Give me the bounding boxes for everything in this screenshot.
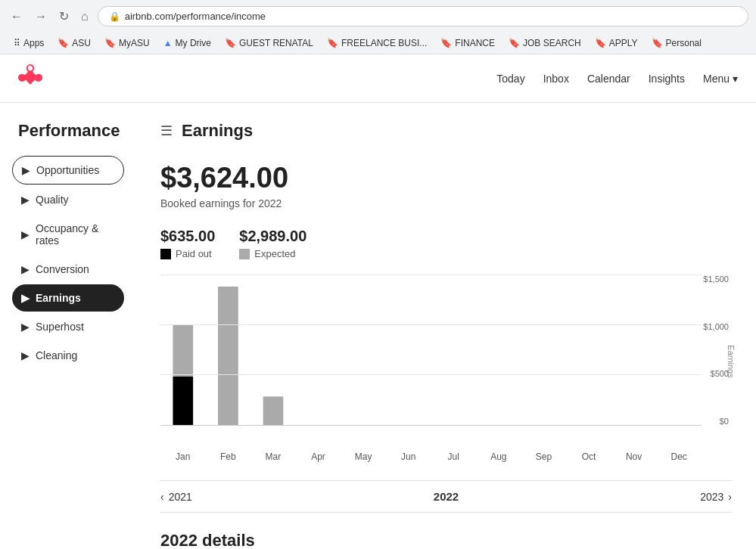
bookmark-label: Personal	[666, 38, 702, 48]
svg-rect-2	[218, 287, 238, 426]
svg-rect-0	[173, 377, 193, 426]
bookmark-icon: 🔖	[104, 38, 116, 48]
arrow-icon: ▶	[21, 194, 30, 206]
site-header: Today Inbox Calendar Insights Menu ▾	[0, 54, 756, 103]
address-bar[interactable]: 🔒 airbnb.com/performance/income	[98, 6, 748, 26]
bookmark-personal[interactable]: 🔖 Personal	[646, 36, 708, 51]
expected-amount: $2,989.00	[239, 228, 306, 245]
bookmark-label: MyASU	[119, 38, 150, 48]
x-label-jul: Jul	[431, 451, 476, 462]
home-button[interactable]: ⌂	[78, 7, 92, 26]
x-label-feb: Feb	[206, 451, 251, 462]
next-year-nav[interactable]: 2023 ›	[700, 491, 732, 503]
paid-out-label: Paid out	[176, 248, 212, 259]
sidebar-item-label: Cleaning	[36, 349, 77, 361]
bookmark-label: GUEST RENATAL	[239, 38, 313, 48]
sidebar-item-label: Superhost	[36, 321, 84, 333]
y-label-500: $500	[703, 369, 729, 378]
page-header: ☰ Earnings	[160, 121, 732, 141]
paid-out-item: $635.00 Paid out	[160, 228, 215, 259]
sidebar-item-earnings[interactable]: ▶ Earnings	[12, 284, 124, 312]
drive-icon: ▲	[163, 38, 173, 48]
expected-legend: Expected	[239, 248, 306, 259]
prev-year-nav[interactable]: ‹ 2021	[160, 491, 192, 503]
arrow-icon: ▶	[22, 164, 30, 176]
page-layout: Performance ▶ Opportunities ▶ Quality ▶ …	[0, 103, 756, 549]
x-label-nov: Nov	[611, 451, 657, 462]
browser-toolbar: ← → ↻ ⌂ 🔒 airbnb.com/performance/income	[0, 0, 756, 33]
sidebar-item-occupancy-rates[interactable]: ▶ Occupancy & rates	[12, 215, 124, 254]
bookmark-icon: 🔖	[58, 38, 69, 48]
x-label-aug: Aug	[476, 451, 521, 462]
bookmark-asu[interactable]: 🔖 ASU	[51, 36, 97, 51]
expected-label: Expected	[254, 248, 295, 259]
earnings-breakdown: $635.00 Paid out $2,989.00 Expected	[160, 228, 732, 259]
bookmark-icon: 🔖	[440, 38, 452, 48]
apps-button[interactable]: ⠿ Apps	[8, 36, 50, 51]
forward-button[interactable]: →	[32, 7, 50, 26]
main-content: ☰ Earnings $3,624.00 Booked earnings for…	[136, 103, 756, 549]
earnings-chart: $1,500 $1,000 $500 $0 Earnings Jan Feb M…	[160, 274, 732, 462]
bookmark-job-search[interactable]: 🔖 JOB SEARCH	[502, 36, 587, 51]
sidebar-item-quality[interactable]: ▶ Quality	[12, 186, 124, 213]
bookmark-icon: 🔖	[595, 38, 606, 48]
expected-legend-box	[239, 249, 250, 259]
nav-calendar[interactable]: Calendar	[587, 73, 630, 85]
bookmark-guest-rental[interactable]: 🔖 GUEST RENATAL	[219, 36, 319, 51]
menu-button[interactable]: Menu ▾	[703, 73, 738, 85]
y-label-1500: $1,500	[703, 274, 729, 284]
svg-rect-3	[263, 396, 284, 426]
nav-today[interactable]: Today	[496, 73, 524, 85]
x-label-jan: Jan	[160, 451, 206, 462]
page-title: Earnings	[182, 121, 253, 141]
bookmark-label: FREELANCE BUSI...	[341, 38, 427, 48]
bookmark-mydrive[interactable]: ▲ My Drive	[157, 36, 217, 51]
bookmark-apply[interactable]: 🔖 APPLY	[589, 36, 644, 51]
refresh-button[interactable]: ↻	[56, 6, 72, 26]
back-button[interactable]: ←	[8, 7, 26, 26]
apps-grid-icon: ⠿	[14, 38, 20, 48]
bookmark-icon: 🔖	[509, 38, 520, 48]
x-label-oct: Oct	[566, 451, 611, 462]
bookmark-label: APPLY	[609, 38, 638, 48]
paid-out-amount: $635.00	[160, 228, 215, 245]
bookmark-myasu[interactable]: 🔖 MyASU	[98, 36, 156, 51]
sidebar-item-conversion[interactable]: ▶ Conversion	[12, 256, 124, 283]
bookmarks-bar: ⠿ Apps 🔖 ASU 🔖 MyASU ▲ My Drive 🔖 GUEST …	[0, 33, 756, 54]
x-label-jun: Jun	[386, 451, 431, 462]
sidebar-item-cleaning[interactable]: ▶ Cleaning	[12, 342, 124, 369]
next-year-label: 2023	[700, 491, 723, 503]
sidebar-title: Performance	[12, 121, 124, 141]
sidebar-item-label: Occupancy & rates	[36, 222, 115, 247]
sidebar-item-label: Earnings	[36, 292, 81, 304]
sidebar-item-opportunities[interactable]: ▶ Opportunities	[12, 156, 124, 185]
bookmark-finance[interactable]: 🔖 FINANCE	[434, 36, 501, 51]
bookmark-label: FINANCE	[455, 38, 495, 48]
arrow-icon: ▶	[21, 349, 30, 361]
hamburger-icon[interactable]: ☰	[160, 123, 173, 139]
sidebar: Performance ▶ Opportunities ▶ Quality ▶ …	[0, 103, 136, 549]
sidebar-item-label: Opportunities	[36, 164, 99, 176]
current-year-label: 2022	[434, 490, 459, 503]
airbnb-logo[interactable]	[18, 64, 42, 93]
bookmark-icon: 🔖	[652, 38, 663, 48]
nav-inbox[interactable]: Inbox	[543, 73, 569, 85]
earnings-total: $3,624.00	[160, 162, 732, 194]
expected-item: $2,989.00 Expected	[239, 228, 306, 259]
bookmark-icon: 🔖	[327, 38, 338, 48]
sidebar-item-superhost[interactable]: ▶ Superhost	[12, 313, 124, 340]
browser-chrome: ← → ↻ ⌂ 🔒 airbnb.com/performance/income …	[0, 0, 756, 54]
arrow-icon: ▶	[21, 292, 30, 304]
x-label-sep: Sep	[521, 451, 567, 462]
nav-insights[interactable]: Insights	[649, 73, 685, 85]
year-navigation: ‹ 2021 2022 2023 ›	[160, 480, 732, 513]
y-label-1000: $1,000	[703, 322, 729, 331]
x-label-dec: Dec	[656, 451, 702, 462]
bookmark-freelance[interactable]: 🔖 FREELANCE BUSI...	[321, 36, 433, 51]
bookmark-label: My Drive	[176, 38, 211, 48]
x-label-apr: Apr	[296, 451, 341, 462]
apps-label: Apps	[23, 38, 44, 48]
x-label-mar: Mar	[250, 451, 296, 462]
next-arrow-icon: ›	[728, 491, 732, 503]
earnings-subtitle: Booked earnings for 2022	[160, 197, 732, 209]
